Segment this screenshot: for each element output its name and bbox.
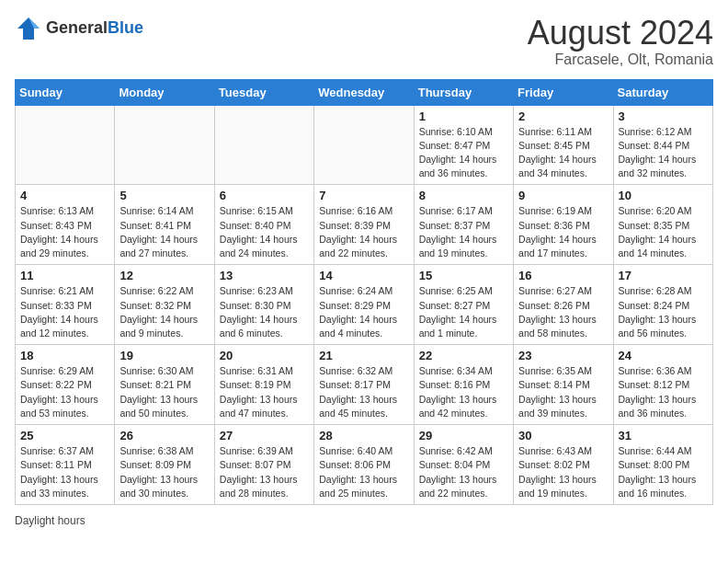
weekday-header: Tuesday bbox=[214, 79, 313, 105]
calendar-cell: 21Sunrise: 6:32 AM Sunset: 8:17 PM Dayli… bbox=[314, 345, 414, 425]
calendar-week-row: 1Sunrise: 6:10 AM Sunset: 8:47 PM Daylig… bbox=[16, 105, 713, 185]
day-number: 28 bbox=[319, 429, 408, 442]
day-number: 22 bbox=[419, 349, 508, 362]
day-number: 14 bbox=[319, 269, 408, 282]
calendar-cell bbox=[214, 105, 313, 185]
logo: GeneralBlue bbox=[15, 15, 143, 42]
day-number: 16 bbox=[518, 269, 608, 282]
logo-text: GeneralBlue bbox=[46, 19, 143, 38]
day-number: 30 bbox=[518, 429, 608, 442]
calendar-cell: 19Sunrise: 6:30 AM Sunset: 8:21 PM Dayli… bbox=[115, 345, 214, 425]
logo-general: General bbox=[46, 18, 108, 37]
day-number: 20 bbox=[220, 349, 309, 362]
calendar-cell: 27Sunrise: 6:39 AM Sunset: 8:07 PM Dayli… bbox=[214, 425, 313, 505]
calendar-cell: 23Sunrise: 6:35 AM Sunset: 8:14 PM Dayli… bbox=[514, 345, 613, 425]
day-number: 21 bbox=[319, 349, 408, 362]
calendar-cell: 12Sunrise: 6:22 AM Sunset: 8:32 PM Dayli… bbox=[115, 265, 214, 345]
weekday-header: Wednesday bbox=[314, 79, 414, 105]
calendar-cell: 20Sunrise: 6:31 AM Sunset: 8:19 PM Dayli… bbox=[214, 345, 313, 425]
footer-note: Daylight hours bbox=[15, 514, 713, 527]
day-number: 4 bbox=[20, 189, 109, 202]
day-info: Sunrise: 6:43 AM Sunset: 8:02 PM Dayligh… bbox=[518, 444, 608, 500]
day-number: 23 bbox=[518, 349, 608, 362]
day-number: 24 bbox=[619, 349, 708, 362]
day-number: 7 bbox=[319, 189, 408, 202]
day-number: 11 bbox=[20, 269, 109, 282]
day-info: Sunrise: 6:24 AM Sunset: 8:29 PM Dayligh… bbox=[319, 284, 408, 340]
title-area: August 2024 Farcasele, Olt, Romania bbox=[528, 15, 713, 68]
calendar-cell: 6Sunrise: 6:15 AM Sunset: 8:40 PM Daylig… bbox=[214, 185, 313, 265]
day-number: 12 bbox=[119, 269, 209, 282]
calendar-cell: 4Sunrise: 6:13 AM Sunset: 8:43 PM Daylig… bbox=[16, 185, 115, 265]
day-info: Sunrise: 6:35 AM Sunset: 8:14 PM Dayligh… bbox=[518, 364, 608, 420]
calendar-cell: 15Sunrise: 6:25 AM Sunset: 8:27 PM Dayli… bbox=[414, 265, 513, 345]
day-number: 18 bbox=[20, 349, 109, 362]
day-info: Sunrise: 6:14 AM Sunset: 8:41 PM Dayligh… bbox=[119, 204, 209, 260]
day-number: 19 bbox=[119, 349, 209, 362]
calendar-cell: 31Sunrise: 6:44 AM Sunset: 8:00 PM Dayli… bbox=[613, 425, 712, 505]
day-info: Sunrise: 6:16 AM Sunset: 8:39 PM Dayligh… bbox=[319, 204, 408, 260]
calendar-cell: 29Sunrise: 6:42 AM Sunset: 8:04 PM Dayli… bbox=[414, 425, 513, 505]
calendar-cell: 30Sunrise: 6:43 AM Sunset: 8:02 PM Dayli… bbox=[514, 425, 613, 505]
weekday-header: Monday bbox=[115, 79, 214, 105]
weekday-header-row: SundayMondayTuesdayWednesdayThursdayFrid… bbox=[16, 79, 713, 105]
logo-icon bbox=[15, 15, 42, 42]
weekday-header: Thursday bbox=[414, 79, 513, 105]
day-info: Sunrise: 6:34 AM Sunset: 8:16 PM Dayligh… bbox=[419, 364, 508, 420]
day-info: Sunrise: 6:10 AM Sunset: 8:47 PM Dayligh… bbox=[419, 125, 508, 181]
calendar-cell: 10Sunrise: 6:20 AM Sunset: 8:35 PM Dayli… bbox=[613, 185, 712, 265]
day-number: 5 bbox=[119, 189, 209, 202]
day-info: Sunrise: 6:19 AM Sunset: 8:36 PM Dayligh… bbox=[518, 204, 608, 260]
day-info: Sunrise: 6:28 AM Sunset: 8:24 PM Dayligh… bbox=[619, 284, 708, 340]
calendar-cell: 25Sunrise: 6:37 AM Sunset: 8:11 PM Dayli… bbox=[16, 425, 115, 505]
day-info: Sunrise: 6:36 AM Sunset: 8:12 PM Dayligh… bbox=[619, 364, 708, 420]
day-info: Sunrise: 6:29 AM Sunset: 8:22 PM Dayligh… bbox=[20, 364, 109, 420]
day-number: 31 bbox=[619, 429, 708, 442]
calendar-cell: 13Sunrise: 6:23 AM Sunset: 8:30 PM Dayli… bbox=[214, 265, 313, 345]
day-number: 29 bbox=[419, 429, 508, 442]
day-info: Sunrise: 6:38 AM Sunset: 8:09 PM Dayligh… bbox=[119, 444, 209, 500]
weekday-header: Friday bbox=[514, 79, 613, 105]
day-info: Sunrise: 6:40 AM Sunset: 8:06 PM Dayligh… bbox=[319, 444, 408, 500]
weekday-header: Saturday bbox=[613, 79, 712, 105]
calendar-cell bbox=[115, 105, 214, 185]
weekday-header: Sunday bbox=[16, 79, 115, 105]
calendar-cell: 16Sunrise: 6:27 AM Sunset: 8:26 PM Dayli… bbox=[514, 265, 613, 345]
day-info: Sunrise: 6:21 AM Sunset: 8:33 PM Dayligh… bbox=[20, 284, 109, 340]
day-info: Sunrise: 6:15 AM Sunset: 8:40 PM Dayligh… bbox=[220, 204, 309, 260]
day-info: Sunrise: 6:23 AM Sunset: 8:30 PM Dayligh… bbox=[220, 284, 309, 340]
calendar-cell: 1Sunrise: 6:10 AM Sunset: 8:47 PM Daylig… bbox=[414, 105, 513, 185]
day-info: Sunrise: 6:20 AM Sunset: 8:35 PM Dayligh… bbox=[619, 204, 708, 260]
calendar-cell bbox=[16, 105, 115, 185]
header: GeneralBlue August 2024 Farcasele, Olt, … bbox=[15, 15, 713, 68]
calendar-week-row: 25Sunrise: 6:37 AM Sunset: 8:11 PM Dayli… bbox=[16, 425, 713, 505]
calendar-cell: 7Sunrise: 6:16 AM Sunset: 8:39 PM Daylig… bbox=[314, 185, 414, 265]
calendar-cell bbox=[314, 105, 414, 185]
day-number: 10 bbox=[619, 189, 708, 202]
day-info: Sunrise: 6:17 AM Sunset: 8:37 PM Dayligh… bbox=[419, 204, 508, 260]
day-number: 26 bbox=[119, 429, 209, 442]
calendar-cell: 28Sunrise: 6:40 AM Sunset: 8:06 PM Dayli… bbox=[314, 425, 414, 505]
calendar-cell: 24Sunrise: 6:36 AM Sunset: 8:12 PM Dayli… bbox=[613, 345, 712, 425]
day-number: 2 bbox=[518, 109, 608, 123]
day-number: 15 bbox=[419, 269, 508, 282]
day-number: 17 bbox=[619, 269, 708, 282]
day-info: Sunrise: 6:31 AM Sunset: 8:19 PM Dayligh… bbox=[220, 364, 309, 420]
day-number: 3 bbox=[619, 109, 708, 123]
calendar-cell: 22Sunrise: 6:34 AM Sunset: 8:16 PM Dayli… bbox=[414, 345, 513, 425]
month-title: August 2024 bbox=[528, 15, 713, 52]
day-number: 27 bbox=[220, 429, 309, 442]
calendar-week-row: 18Sunrise: 6:29 AM Sunset: 8:22 PM Dayli… bbox=[16, 345, 713, 425]
calendar-cell: 18Sunrise: 6:29 AM Sunset: 8:22 PM Dayli… bbox=[16, 345, 115, 425]
calendar-cell: 9Sunrise: 6:19 AM Sunset: 8:36 PM Daylig… bbox=[514, 185, 613, 265]
daylight-label: Daylight hours bbox=[15, 514, 85, 527]
calendar-cell: 11Sunrise: 6:21 AM Sunset: 8:33 PM Dayli… bbox=[16, 265, 115, 345]
day-info: Sunrise: 6:42 AM Sunset: 8:04 PM Dayligh… bbox=[419, 444, 508, 500]
day-info: Sunrise: 6:27 AM Sunset: 8:26 PM Dayligh… bbox=[518, 284, 608, 340]
day-info: Sunrise: 6:22 AM Sunset: 8:32 PM Dayligh… bbox=[119, 284, 209, 340]
calendar-cell: 3Sunrise: 6:12 AM Sunset: 8:44 PM Daylig… bbox=[613, 105, 712, 185]
calendar-cell: 8Sunrise: 6:17 AM Sunset: 8:37 PM Daylig… bbox=[414, 185, 513, 265]
calendar-week-row: 11Sunrise: 6:21 AM Sunset: 8:33 PM Dayli… bbox=[16, 265, 713, 345]
calendar-cell: 2Sunrise: 6:11 AM Sunset: 8:45 PM Daylig… bbox=[514, 105, 613, 185]
day-number: 1 bbox=[419, 109, 508, 123]
